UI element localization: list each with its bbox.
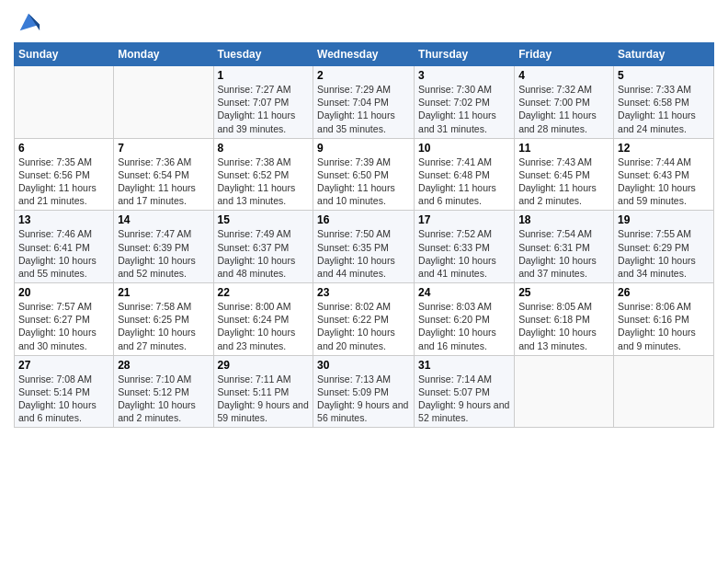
day-cell: 30Sunrise: 7:13 AM Sunset: 5:09 PM Dayli… (313, 355, 415, 428)
day-number: 20 (18, 286, 109, 299)
day-cell: 17Sunrise: 7:52 AM Sunset: 6:33 PM Dayli… (415, 211, 515, 283)
day-cell: 7Sunrise: 7:36 AM Sunset: 6:54 PM Daylig… (114, 138, 213, 211)
day-cell: 8Sunrise: 7:38 AM Sunset: 6:52 PM Daylig… (213, 138, 313, 211)
day-number: 19 (618, 213, 710, 226)
day-cell: 22Sunrise: 8:00 AM Sunset: 6:24 PM Dayli… (213, 283, 313, 356)
day-number: 4 (518, 69, 609, 82)
day-cell: 27Sunrise: 7:08 AM Sunset: 5:14 PM Dayli… (15, 355, 114, 428)
day-cell: 6Sunrise: 7:35 AM Sunset: 6:56 PM Daylig… (15, 138, 114, 211)
day-number: 10 (418, 142, 510, 155)
day-cell: 28Sunrise: 7:10 AM Sunset: 5:12 PM Dayli… (114, 355, 213, 428)
day-number: 29 (218, 359, 310, 372)
week-row-1: 1Sunrise: 7:27 AM Sunset: 7:07 PM Daylig… (15, 66, 714, 139)
day-number: 23 (317, 286, 410, 299)
day-detail: Sunrise: 7:35 AM Sunset: 6:56 PM Dayligh… (18, 155, 109, 208)
day-cell: 3Sunrise: 7:30 AM Sunset: 7:02 PM Daylig… (415, 66, 515, 139)
day-number: 25 (518, 286, 609, 299)
day-number: 13 (18, 213, 109, 226)
col-header-tuesday: Tuesday (213, 43, 313, 66)
day-detail: Sunrise: 8:05 AM Sunset: 6:18 PM Dayligh… (518, 300, 609, 352)
day-number: 17 (418, 213, 510, 226)
day-number: 30 (317, 359, 410, 372)
day-detail: Sunrise: 7:47 AM Sunset: 6:39 PM Dayligh… (118, 227, 209, 280)
day-cell: 11Sunrise: 7:43 AM Sunset: 6:45 PM Dayli… (515, 138, 614, 211)
header-row: SundayMondayTuesdayWednesdayThursdayFrid… (15, 43, 714, 66)
day-detail: Sunrise: 7:46 AM Sunset: 6:41 PM Dayligh… (18, 227, 109, 280)
day-detail: Sunrise: 7:36 AM Sunset: 6:54 PM Dayligh… (118, 155, 209, 208)
col-header-monday: Monday (114, 43, 213, 66)
day-detail: Sunrise: 7:58 AM Sunset: 6:25 PM Dayligh… (118, 300, 209, 352)
day-cell: 24Sunrise: 8:03 AM Sunset: 6:20 PM Dayli… (415, 283, 515, 356)
day-cell (114, 66, 213, 139)
day-cell: 2Sunrise: 7:29 AM Sunset: 7:04 PM Daylig… (313, 66, 415, 139)
day-number: 2 (317, 69, 410, 82)
day-cell: 15Sunrise: 7:49 AM Sunset: 6:37 PM Dayli… (213, 211, 313, 283)
day-detail: Sunrise: 7:13 AM Sunset: 5:09 PM Dayligh… (317, 373, 410, 425)
week-row-4: 20Sunrise: 7:57 AM Sunset: 6:27 PM Dayli… (15, 283, 714, 356)
col-header-saturday: Saturday (614, 43, 714, 66)
day-detail: Sunrise: 8:02 AM Sunset: 6:22 PM Dayligh… (317, 300, 410, 352)
day-cell: 29Sunrise: 7:11 AM Sunset: 5:11 PM Dayli… (213, 355, 313, 428)
week-row-5: 27Sunrise: 7:08 AM Sunset: 5:14 PM Dayli… (15, 355, 714, 428)
day-detail: Sunrise: 7:38 AM Sunset: 6:52 PM Dayligh… (218, 155, 310, 208)
header (14, 9, 714, 35)
col-header-wednesday: Wednesday (313, 43, 415, 66)
day-number: 22 (218, 286, 310, 299)
main-container: SundayMondayTuesdayWednesdayThursdayFrid… (0, 0, 728, 437)
day-number: 28 (118, 359, 209, 372)
day-cell (15, 66, 114, 139)
day-cell: 4Sunrise: 7:32 AM Sunset: 7:00 PM Daylig… (515, 66, 614, 139)
day-cell: 19Sunrise: 7:55 AM Sunset: 6:29 PM Dayli… (614, 211, 714, 283)
day-detail: Sunrise: 7:55 AM Sunset: 6:29 PM Dayligh… (618, 227, 710, 280)
logo-icon (16, 9, 41, 35)
day-detail: Sunrise: 7:30 AM Sunset: 7:02 PM Dayligh… (418, 83, 510, 135)
day-number: 16 (317, 213, 410, 226)
day-number: 24 (418, 286, 510, 299)
day-cell: 13Sunrise: 7:46 AM Sunset: 6:41 PM Dayli… (15, 211, 114, 283)
day-detail: Sunrise: 8:03 AM Sunset: 6:20 PM Dayligh… (418, 300, 510, 352)
day-number: 21 (118, 286, 209, 299)
day-detail: Sunrise: 7:43 AM Sunset: 6:45 PM Dayligh… (518, 155, 609, 208)
day-number: 14 (118, 213, 209, 226)
day-detail: Sunrise: 7:39 AM Sunset: 6:50 PM Dayligh… (317, 155, 410, 208)
day-detail: Sunrise: 7:10 AM Sunset: 5:12 PM Dayligh… (118, 373, 209, 425)
day-detail: Sunrise: 7:14 AM Sunset: 5:07 PM Dayligh… (418, 373, 510, 425)
day-number: 8 (218, 142, 310, 155)
day-cell: 10Sunrise: 7:41 AM Sunset: 6:48 PM Dayli… (415, 138, 515, 211)
day-number: 6 (18, 142, 109, 155)
day-cell: 31Sunrise: 7:14 AM Sunset: 5:07 PM Dayli… (415, 355, 515, 428)
day-detail: Sunrise: 7:29 AM Sunset: 7:04 PM Dayligh… (317, 83, 410, 135)
day-number: 15 (218, 213, 310, 226)
col-header-friday: Friday (515, 43, 614, 66)
day-cell: 12Sunrise: 7:44 AM Sunset: 6:43 PM Dayli… (614, 138, 714, 211)
col-header-sunday: Sunday (15, 43, 114, 66)
day-cell: 25Sunrise: 8:05 AM Sunset: 6:18 PM Dayli… (515, 283, 614, 356)
day-detail: Sunrise: 7:52 AM Sunset: 6:33 PM Dayligh… (418, 227, 510, 280)
week-row-2: 6Sunrise: 7:35 AM Sunset: 6:56 PM Daylig… (15, 138, 714, 211)
day-cell: 20Sunrise: 7:57 AM Sunset: 6:27 PM Dayli… (15, 283, 114, 356)
day-detail: Sunrise: 7:27 AM Sunset: 7:07 PM Dayligh… (218, 83, 310, 135)
day-cell: 14Sunrise: 7:47 AM Sunset: 6:39 PM Dayli… (114, 211, 213, 283)
day-detail: Sunrise: 7:49 AM Sunset: 6:37 PM Dayligh… (218, 227, 310, 280)
calendar-table: SundayMondayTuesdayWednesdayThursdayFrid… (14, 42, 714, 428)
day-number: 27 (18, 359, 109, 372)
day-cell (614, 355, 714, 428)
day-number: 12 (618, 142, 710, 155)
day-cell: 9Sunrise: 7:39 AM Sunset: 6:50 PM Daylig… (313, 138, 415, 211)
day-cell: 23Sunrise: 8:02 AM Sunset: 6:22 PM Dayli… (313, 283, 415, 356)
day-number: 5 (618, 69, 710, 82)
day-number: 26 (618, 286, 710, 299)
day-detail: Sunrise: 7:11 AM Sunset: 5:11 PM Dayligh… (218, 373, 310, 425)
day-number: 31 (418, 359, 510, 372)
day-number: 1 (218, 69, 310, 82)
day-cell: 26Sunrise: 8:06 AM Sunset: 6:16 PM Dayli… (614, 283, 714, 356)
col-header-thursday: Thursday (415, 43, 515, 66)
day-number: 18 (518, 213, 609, 226)
day-detail: Sunrise: 7:54 AM Sunset: 6:31 PM Dayligh… (518, 227, 609, 280)
day-detail: Sunrise: 7:41 AM Sunset: 6:48 PM Dayligh… (418, 155, 510, 208)
day-number: 3 (418, 69, 510, 82)
day-detail: Sunrise: 7:08 AM Sunset: 5:14 PM Dayligh… (18, 373, 109, 425)
day-detail: Sunrise: 8:06 AM Sunset: 6:16 PM Dayligh… (618, 300, 710, 352)
day-cell: 21Sunrise: 7:58 AM Sunset: 6:25 PM Dayli… (114, 283, 213, 356)
day-detail: Sunrise: 7:57 AM Sunset: 6:27 PM Dayligh… (18, 300, 109, 352)
